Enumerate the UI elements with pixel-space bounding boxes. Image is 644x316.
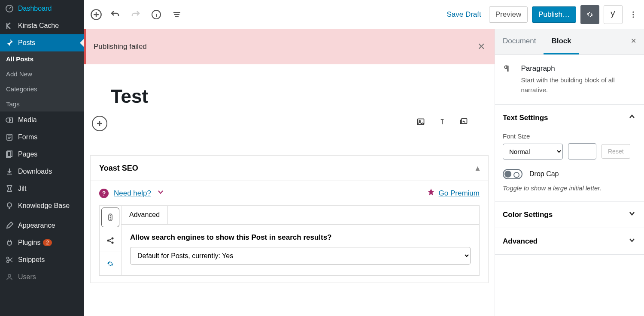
sidebar-item-plugins[interactable]: Plugins 2 bbox=[0, 234, 84, 251]
redo-button[interactable] bbox=[126, 5, 145, 24]
svg-point-14 bbox=[632, 16, 634, 18]
scissors-icon bbox=[5, 256, 14, 264]
add-block-button[interactable] bbox=[88, 7, 104, 22]
drop-cap-toggle[interactable] bbox=[503, 169, 522, 179]
font-size-reset-button[interactable]: Reset bbox=[601, 144, 630, 159]
sidebar-label: Jilt bbox=[18, 185, 27, 193]
yoast-tab-social[interactable] bbox=[100, 229, 121, 252]
text-settings-toggle[interactable]: Text Settings bbox=[495, 105, 644, 131]
settings-sidebar: Document Block ✕ Paragraph Start with th… bbox=[495, 29, 644, 316]
pages-icon bbox=[5, 150, 14, 159]
plug-icon bbox=[5, 238, 14, 247]
editor-topbar: Save Draft Preview Publish… bbox=[84, 0, 644, 29]
content-info-button[interactable] bbox=[147, 5, 166, 24]
svg-rect-15 bbox=[418, 119, 424, 124]
block-nav-button[interactable] bbox=[167, 5, 186, 24]
jilt-icon bbox=[5, 184, 14, 193]
block-description: Start with the building block of all nar… bbox=[521, 75, 636, 95]
sidebar-item-posts[interactable]: Posts bbox=[0, 34, 84, 51]
yoast-tab-readability[interactable] bbox=[101, 208, 119, 227]
dashboard-icon bbox=[5, 4, 14, 13]
color-settings-title: Color Settings bbox=[503, 211, 553, 219]
svg-point-16 bbox=[419, 120, 420, 122]
font-size-select[interactable]: Normal bbox=[503, 144, 563, 160]
heading-block-icon[interactable] bbox=[438, 117, 450, 129]
tab-block[interactable]: Block bbox=[544, 29, 579, 54]
sidebar-item-snippets[interactable]: Snippets bbox=[0, 251, 84, 268]
need-help-link[interactable]: Need help? bbox=[114, 189, 151, 198]
star-icon bbox=[427, 188, 435, 199]
svg-point-23 bbox=[112, 237, 114, 239]
submenu-tags[interactable]: Tags bbox=[0, 96, 84, 111]
search-engines-select[interactable]: Default for Posts, currently: Yes bbox=[130, 247, 471, 265]
sidebar-label: Dashboard bbox=[18, 5, 52, 12]
tab-document[interactable]: Document bbox=[495, 29, 544, 54]
sidebar-label: Forms bbox=[18, 133, 37, 141]
post-title-input[interactable] bbox=[111, 86, 471, 107]
dismiss-notice-button[interactable]: ✕ bbox=[476, 39, 487, 54]
font-size-label: Font Size bbox=[503, 132, 636, 140]
yoast-tab-advanced[interactable] bbox=[100, 252, 121, 275]
error-notice: Publishing failed ✕ bbox=[84, 29, 495, 64]
media-icon bbox=[5, 116, 14, 124]
sidebar-label: Snippets bbox=[18, 256, 45, 264]
yoast-metabox-toggle[interactable]: Yoast SEO ▴ bbox=[91, 156, 488, 181]
help-icon: ? bbox=[99, 189, 109, 198]
go-premium-link[interactable]: Go Premium bbox=[439, 189, 480, 198]
yoast-title: Yoast SEO bbox=[99, 164, 138, 173]
chevron-down-icon bbox=[156, 188, 165, 199]
color-settings-toggle[interactable]: Color Settings bbox=[495, 202, 644, 228]
sidebar-item-dashboard[interactable]: Dashboard bbox=[0, 0, 84, 17]
sidebar-label: Downloads bbox=[18, 168, 52, 175]
yoast-toggle-button[interactable] bbox=[604, 5, 623, 24]
close-settings-button[interactable]: ✕ bbox=[623, 29, 644, 54]
undo-button[interactable] bbox=[106, 5, 125, 24]
text-settings-title: Text Settings bbox=[503, 114, 548, 122]
sidebar-label: Appearance bbox=[18, 222, 55, 229]
settings-toggle-button[interactable] bbox=[580, 5, 599, 24]
sidebar-item-appearance[interactable]: Appearance bbox=[0, 217, 84, 234]
posts-submenu: All Posts Add New Categories Tags bbox=[0, 51, 84, 111]
gallery-block-icon[interactable] bbox=[459, 117, 471, 129]
font-size-input[interactable] bbox=[568, 143, 596, 160]
svg-point-9 bbox=[8, 274, 11, 277]
more-menu-button[interactable] bbox=[627, 5, 640, 24]
sidebar-item-kinsta[interactable]: Kinsta Cache bbox=[0, 17, 84, 34]
svg-point-6 bbox=[7, 203, 12, 207]
advanced-toggle[interactable]: Advanced bbox=[495, 228, 644, 254]
downloads-icon bbox=[5, 167, 14, 176]
forms-icon bbox=[5, 133, 14, 141]
sidebar-item-pages[interactable]: Pages bbox=[0, 146, 84, 163]
sidebar-label: Knowledge Base bbox=[18, 202, 70, 210]
submenu-categories[interactable]: Categories bbox=[0, 81, 84, 96]
yoast-advanced-tab-label[interactable]: Advanced bbox=[121, 205, 168, 224]
advanced-title: Advanced bbox=[503, 237, 538, 246]
pin-icon bbox=[5, 39, 14, 47]
kinsta-icon bbox=[5, 21, 14, 30]
sidebar-item-users[interactable]: Users bbox=[0, 268, 84, 286]
caret-up-icon: ▴ bbox=[476, 163, 480, 173]
svg-point-19 bbox=[110, 215, 111, 217]
sidebar-item-media[interactable]: Media bbox=[0, 111, 84, 129]
drop-cap-label: Drop Cap bbox=[529, 170, 559, 178]
submenu-add-new[interactable]: Add New bbox=[0, 66, 84, 81]
block-name: Paragraph bbox=[521, 64, 636, 73]
sidebar-item-kb[interactable]: Knowledge Base bbox=[0, 197, 84, 214]
sidebar-item-jilt[interactable]: Jilt bbox=[0, 180, 84, 197]
paragraph-icon bbox=[503, 64, 514, 76]
preview-button[interactable]: Preview bbox=[489, 6, 528, 23]
svg-point-12 bbox=[632, 11, 634, 12]
publish-button[interactable]: Publish… bbox=[532, 6, 576, 23]
users-icon bbox=[5, 273, 14, 281]
bulb-icon bbox=[5, 202, 14, 210]
sidebar-item-forms[interactable]: Forms bbox=[0, 129, 84, 146]
save-draft-button[interactable]: Save Draft bbox=[443, 7, 484, 22]
add-block-inline-button[interactable] bbox=[92, 116, 107, 131]
image-block-icon[interactable] bbox=[416, 117, 428, 129]
submenu-all-posts[interactable]: All Posts bbox=[0, 51, 84, 66]
svg-point-20 bbox=[110, 217, 111, 218]
drop-cap-hint: Toggle to show a large initial letter. bbox=[503, 184, 636, 192]
svg-point-21 bbox=[110, 219, 111, 220]
search-engines-label: Allow search engines to show this Post i… bbox=[130, 233, 471, 242]
sidebar-item-downloads[interactable]: Downloads bbox=[0, 163, 84, 180]
